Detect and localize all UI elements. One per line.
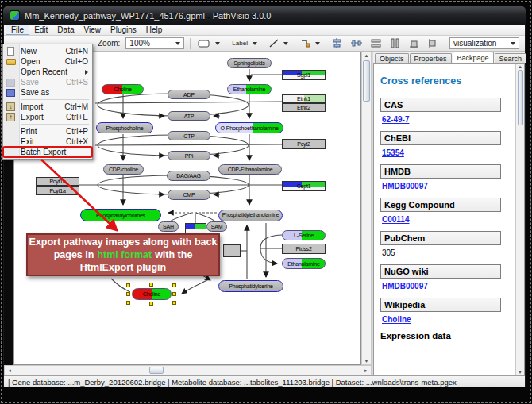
menu-file[interactable]: File <box>6 25 29 35</box>
xref-link[interactable]: 62-49-7 <box>382 115 509 124</box>
gene-etnk1[interactable]: Etnk1 <box>282 94 326 103</box>
chevron-down-icon[interactable] <box>315 42 320 45</box>
node-phosphatidylcholines[interactable]: Phosphatidylcholines <box>80 209 161 221</box>
gene-box-hidden[interactable] <box>223 244 241 257</box>
selection-handle[interactable] <box>149 283 153 287</box>
sidebar-scrollbar[interactable]: ▲ ▼ <box>515 64 524 375</box>
xref-link[interactable]: HMDB00097 <box>382 282 509 290</box>
file-menu-item-batch-export[interactable]: Batch Export <box>3 147 92 157</box>
tab-backpage[interactable]: Backpage <box>453 52 494 63</box>
selection-handle[interactable] <box>149 302 153 306</box>
node-ppi[interactable]: PPi <box>168 151 210 160</box>
scroll-down-icon[interactable]: ▼ <box>518 370 522 375</box>
tab-objects[interactable]: Objects <box>375 53 409 63</box>
xref-link[interactable]: 15354 <box>382 148 509 157</box>
file-menu-item-exit[interactable]: ExitCtrl+X <box>3 137 92 147</box>
chevron-down-icon[interactable] <box>215 42 220 45</box>
align-bottom-button[interactable] <box>407 38 421 49</box>
file-menu-item-new[interactable]: NewCtrl+N <box>3 46 92 56</box>
distribute-rows-button[interactable] <box>369 37 383 49</box>
file-menu-item-open[interactable]: OpenCtrl+O <box>3 56 92 67</box>
canvas-vertical-scrollbar[interactable]: ▲ ▼ <box>361 52 372 365</box>
gene-pcyt1b[interactable]: Pcyt1b <box>36 177 79 186</box>
chevron-down-icon[interactable] <box>511 42 515 45</box>
gene-pcyt2[interactable]: Pcyt2 <box>282 139 326 149</box>
align-bottom-icon <box>409 39 419 48</box>
node-phosphatidylethanolamine[interactable]: Phosphatidylethanolamine <box>218 210 283 221</box>
node-choline-top[interactable]: Choline <box>102 84 144 94</box>
selection-handle[interactable] <box>172 283 176 287</box>
node-ctp[interactable]: CTP <box>168 131 210 140</box>
gene-sgpl1[interactable]: Sgpl1 <box>282 70 326 80</box>
align-center-button[interactable] <box>330 37 344 49</box>
file-menu-item-import[interactable]: ↓ ImportCtrl+M <box>3 102 92 112</box>
menu-view[interactable]: View <box>79 25 106 35</box>
datanode-tool-button[interactable] <box>196 39 225 48</box>
align-left-button[interactable] <box>426 37 439 49</box>
xref-link[interactable]: C00114 <box>382 215 509 224</box>
menu-edit[interactable]: Edit <box>29 25 52 35</box>
node-cdp-choline[interactable]: CDP-choline <box>103 164 144 175</box>
gene-etnk2[interactable]: Etnk2 <box>282 103 326 112</box>
file-menu-dropdown: NewCtrl+N OpenCtrl+O Open Recent SaveCtr… <box>2 44 93 160</box>
file-menu-item-open-recent[interactable]: Open Recent <box>3 67 92 77</box>
node-choline-selected[interactable]: Choline <box>132 288 172 300</box>
titlebar: Mm_Kennedy_pathway_WP1771_45176.gpml - P… <box>3 6 526 25</box>
node-phosphatidylserine[interactable]: Phosphatidylserine <box>218 280 283 292</box>
scroll-up-icon[interactable]: ▲ <box>363 52 370 59</box>
align-middle-button[interactable] <box>349 37 364 49</box>
node-cmp[interactable]: CMP <box>168 190 210 200</box>
node-ethanolamine-bottom[interactable]: Ethanolamine <box>282 258 326 269</box>
statusbar: | Gene database: ...m_Derby_20120602.bri… <box>4 375 525 387</box>
file-menu-item-print[interactable]: PrintCtrl+P <box>3 126 92 137</box>
vertical-scroll-thumb[interactable] <box>363 60 370 102</box>
gene-cept1[interactable]: Cept1 <box>282 181 326 191</box>
visualization-combobox[interactable]: visualization <box>449 37 519 49</box>
chevron-down-icon[interactable] <box>175 42 180 45</box>
gene-ptdss2[interactable]: Ptdss2 <box>282 244 326 254</box>
align-center-icon <box>332 38 342 48</box>
chevron-down-icon[interactable] <box>253 42 257 45</box>
sidebar-scroll-thumb[interactable] <box>518 70 523 125</box>
file-menu-item-save[interactable]: SaveCtrl+S <box>3 77 92 87</box>
node-sam[interactable]: SAM <box>206 221 227 232</box>
node-adp[interactable]: ADP <box>168 90 210 99</box>
scroll-right-icon[interactable]: ► <box>364 367 371 374</box>
xref-link[interactable]: HMDB00097 <box>382 182 509 190</box>
tab-properties[interactable]: Properties <box>410 53 452 63</box>
file-menu-item-export[interactable]: ↑ ExportCtrl+E <box>3 112 92 122</box>
label-tool-button[interactable]: Label <box>230 39 262 48</box>
scroll-down-icon[interactable]: ▼ <box>364 358 369 364</box>
node-phosphocholine[interactable]: Phosphocholine <box>96 122 153 133</box>
menu-separator <box>21 99 89 100</box>
chevron-down-icon[interactable] <box>283 42 288 45</box>
node-dag-aag[interactable]: DAG/AAG <box>167 171 210 181</box>
selection-handle[interactable] <box>126 292 130 296</box>
node-ethanolamine-top[interactable]: Ethanolamine <box>227 84 272 94</box>
distribute-columns-button[interactable] <box>388 37 402 49</box>
menu-plugins[interactable]: Plugins <box>106 25 141 35</box>
tab-search[interactable]: Search <box>495 53 526 63</box>
selection-handle[interactable] <box>126 301 130 305</box>
menu-help[interactable]: Help <box>141 25 168 35</box>
node-o-phosphoethanolamine[interactable]: O-Phosphoethanolamine <box>215 122 283 133</box>
node-l-serine[interactable]: L-Serine <box>282 230 326 240</box>
node-sphingolipids[interactable]: Sphingolipids <box>227 58 272 68</box>
selection-handle[interactable] <box>126 283 130 287</box>
menu-data[interactable]: Data <box>52 25 79 35</box>
scroll-up-icon[interactable]: ▲ <box>518 64 523 69</box>
node-cdp-ethanolamine[interactable]: CDP-Ethanolamine <box>218 164 282 175</box>
selection-handle[interactable] <box>172 301 176 305</box>
line-tool-button[interactable] <box>268 38 293 48</box>
node-atp[interactable]: ATP <box>168 111 210 121</box>
zoom-combobox[interactable]: 100% <box>125 37 184 49</box>
selection-handle[interactable] <box>172 292 176 296</box>
node-sah[interactable]: SAH <box>158 221 179 232</box>
xref-link[interactable]: Choline <box>382 315 509 324</box>
connector-tool-button[interactable] <box>299 38 325 48</box>
gene-pcyt1a[interactable]: Pcyt1a <box>36 186 79 195</box>
scroll-left-icon[interactable]: ◄ <box>5 367 12 374</box>
file-menu-item-save-as[interactable]: Save as <box>3 87 92 98</box>
horizontal-scroll-thumb[interactable] <box>149 367 164 374</box>
canvas-horizontal-scrollbar[interactable]: ◄ ► <box>4 365 372 375</box>
